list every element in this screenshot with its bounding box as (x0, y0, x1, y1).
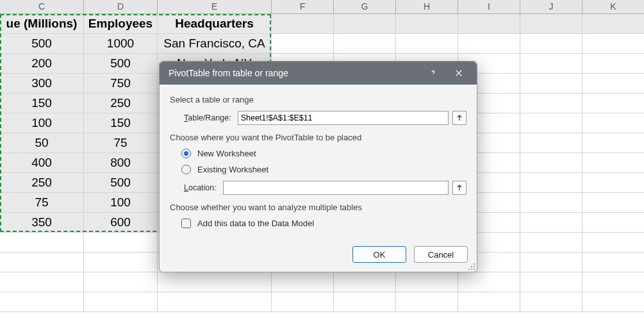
data-cell[interactable] (582, 94, 644, 113)
location-input[interactable] (223, 181, 449, 195)
data-cell[interactable] (520, 253, 582, 272)
data-cell[interactable] (520, 292, 582, 312)
column-header[interactable]: G (334, 0, 396, 14)
data-cell[interactable] (272, 34, 334, 54)
data-cell[interactable]: 500 (84, 173, 158, 193)
header-cell[interactable]: ue (Millions) (0, 14, 84, 34)
data-cell[interactable] (334, 272, 396, 292)
data-cell[interactable] (84, 253, 158, 272)
data-cell[interactable] (582, 213, 644, 233)
data-cell[interactable] (158, 272, 272, 292)
data-cell[interactable]: San Francisco, CA (158, 34, 272, 54)
header-cell[interactable] (334, 14, 396, 34)
data-cell[interactable]: 800 (84, 153, 158, 173)
data-cell[interactable] (0, 272, 84, 292)
data-cell[interactable]: 600 (84, 213, 158, 233)
data-cell[interactable] (334, 292, 396, 312)
data-cell[interactable]: 400 (0, 153, 84, 173)
data-cell[interactable] (396, 34, 458, 54)
data-cell[interactable]: 500 (84, 54, 158, 74)
data-cell[interactable] (520, 113, 582, 133)
data-cell[interactable] (582, 74, 644, 94)
column-header[interactable]: F (272, 0, 334, 14)
data-cell[interactable] (158, 292, 272, 312)
column-header[interactable]: E (158, 0, 272, 14)
data-cell[interactable] (582, 54, 644, 74)
data-cell[interactable]: 50 (0, 133, 84, 153)
header-cell[interactable] (458, 14, 520, 34)
data-cell[interactable]: 250 (0, 173, 84, 193)
data-cell[interactable] (272, 292, 334, 312)
data-cell[interactable] (520, 133, 582, 153)
data-cell[interactable] (396, 292, 458, 312)
data-cell[interactable] (458, 34, 520, 54)
data-cell[interactable]: 500 (0, 34, 84, 54)
data-cell[interactable]: 300 (0, 74, 84, 94)
table-range-input[interactable] (238, 111, 449, 125)
header-cell[interactable] (582, 14, 644, 34)
data-cell[interactable]: 75 (84, 133, 158, 153)
data-cell[interactable] (582, 133, 644, 153)
column-header[interactable]: C (0, 0, 84, 14)
data-cell[interactable] (520, 272, 582, 292)
data-cell[interactable]: 200 (0, 54, 84, 74)
data-cell[interactable] (0, 292, 84, 312)
data-cell[interactable] (582, 173, 644, 193)
column-header[interactable]: I (458, 0, 520, 14)
data-cell[interactable]: 250 (84, 94, 158, 113)
data-cell[interactable]: 1000 (84, 34, 158, 54)
column-header[interactable]: D (84, 0, 158, 14)
data-cell[interactable] (84, 292, 158, 312)
close-button[interactable] (446, 64, 472, 82)
data-cell[interactable] (520, 173, 582, 193)
cancel-button[interactable]: Cancel (414, 246, 468, 263)
data-cell[interactable]: 100 (84, 193, 158, 213)
column-header[interactable]: K (582, 0, 644, 14)
header-cell[interactable]: Employees (84, 14, 158, 34)
header-cell[interactable]: Headquarters (158, 14, 272, 34)
data-cell[interactable] (520, 74, 582, 94)
dialog-titlebar[interactable]: PivotTable from table or range (160, 62, 477, 85)
data-cell[interactable] (520, 34, 582, 54)
data-cell[interactable] (84, 233, 158, 253)
data-cell[interactable]: 75 (0, 193, 84, 213)
data-cell[interactable]: 350 (0, 213, 84, 233)
column-header[interactable]: H (396, 0, 458, 14)
data-cell[interactable] (458, 292, 520, 312)
data-cell[interactable] (582, 34, 644, 54)
data-cell[interactable] (520, 233, 582, 253)
radio-new-worksheet[interactable]: New Worksheet (181, 149, 466, 158)
data-cell[interactable]: 150 (84, 113, 158, 133)
data-cell[interactable] (582, 292, 644, 312)
radio-existing-worksheet[interactable]: Existing Worksheet (181, 165, 466, 174)
data-cell[interactable] (458, 272, 520, 292)
column-header[interactable]: J (520, 0, 582, 14)
data-cell[interactable]: 150 (0, 94, 84, 113)
data-cell[interactable]: 100 (0, 113, 84, 133)
collapse-dialog-button[interactable] (452, 111, 466, 125)
data-cell[interactable] (520, 153, 582, 173)
data-cell[interactable] (0, 233, 84, 253)
data-cell[interactable] (272, 272, 334, 292)
data-cell[interactable] (582, 253, 644, 272)
data-cell[interactable] (84, 272, 158, 292)
data-cell[interactable]: 750 (84, 74, 158, 94)
resize-grip-icon[interactable] (468, 263, 475, 270)
data-cell[interactable] (520, 94, 582, 113)
data-cell[interactable] (582, 233, 644, 253)
header-cell[interactable] (396, 14, 458, 34)
data-cell[interactable] (396, 272, 458, 292)
data-cell[interactable] (520, 213, 582, 233)
help-button[interactable] (420, 64, 446, 82)
data-cell[interactable] (582, 272, 644, 292)
data-cell[interactable] (0, 253, 84, 272)
data-cell[interactable] (582, 153, 644, 173)
data-cell[interactable] (582, 113, 644, 133)
checkbox-data-model[interactable]: Add this data to the Data Model (181, 219, 466, 228)
header-cell[interactable] (520, 14, 582, 34)
ok-button[interactable]: OK (352, 246, 406, 263)
header-cell[interactable] (272, 14, 334, 34)
data-cell[interactable] (520, 54, 582, 74)
data-cell[interactable] (334, 34, 396, 54)
data-cell[interactable] (582, 193, 644, 213)
